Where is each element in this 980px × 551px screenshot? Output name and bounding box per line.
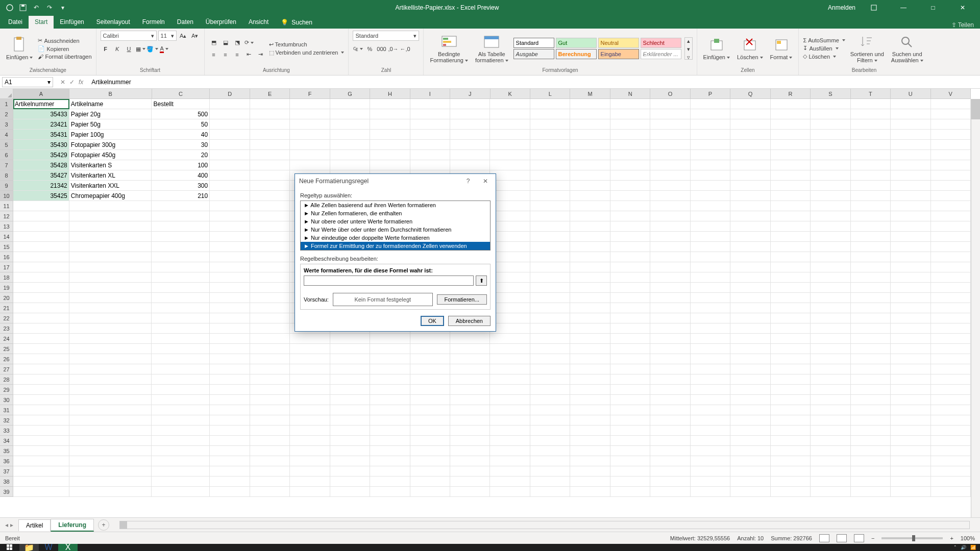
svg-rect-22 [10, 544, 12, 547]
formula-label: Werte formatieren, für die diese Formel … [304, 267, 487, 273]
dialog-mask: Neue Formatierungsregel ? ✕ Regeltyp aus… [0, 0, 980, 551]
preview-label: Vorschau: [304, 296, 329, 303]
taskbar-explorer-icon[interactable]: 📁 [19, 544, 39, 551]
start-button[interactable] [0, 544, 19, 551]
rule-type-item[interactable]: ► Nur eindeutige oder doppelte Werte for… [301, 234, 490, 242]
tray-volume-icon[interactable]: 🔊 [961, 545, 966, 550]
dialog-close-icon[interactable]: ✕ [479, 176, 492, 186]
rule-description-label: Regelbeschreibung bearbeiten: [300, 256, 491, 262]
rule-type-item[interactable]: ► Alle Zellen basierend auf ihren Werten… [301, 201, 490, 209]
tray-up-icon[interactable]: ˄ [954, 545, 957, 550]
rule-description-box: Werte formatieren, für die diese Formel … [300, 264, 491, 310]
ok-button[interactable]: OK [421, 316, 444, 326]
taskbar-excel-icon[interactable]: X [58, 544, 78, 551]
svg-rect-23 [7, 547, 9, 550]
rule-type-item[interactable]: ► Nur Werte über oder unter dem Durchsch… [301, 226, 490, 234]
dialog-help-icon[interactable]: ? [462, 176, 474, 186]
windows-taskbar: 📁 W X ˄ 🔊 📶 [0, 544, 980, 551]
rule-type-item[interactable]: ► Nur Zellen formatieren, die enthalten [301, 209, 490, 217]
range-selector-icon[interactable]: ⬆ [476, 276, 487, 286]
cancel-button[interactable]: Abbrechen [448, 316, 491, 326]
rule-type-item[interactable]: ► Nur obere oder untere Werte formatiere… [301, 217, 490, 226]
new-formatting-rule-dialog: Neue Formatierungsregel ? ✕ Regeltyp aus… [295, 173, 496, 332]
rule-type-label: Regeltyp auswählen: [300, 192, 491, 198]
tray-network-icon[interactable]: 📶 [970, 545, 976, 550]
rule-type-list[interactable]: ► Alle Zellen basierend auf ihren Werten… [300, 201, 491, 251]
dialog-title: Neue Formatierungsregel [299, 178, 369, 185]
preview-box: Kein Format festgelegt [333, 293, 433, 306]
svg-rect-21 [7, 544, 9, 547]
dialog-titlebar[interactable]: Neue Formatierungsregel ? ✕ [295, 174, 496, 188]
formula-input-field[interactable] [304, 276, 474, 286]
format-button[interactable]: Formatieren... [437, 294, 487, 305]
rule-type-item[interactable]: ► Formel zur Ermittlung der zu formatier… [301, 242, 490, 250]
taskbar-word-icon[interactable]: W [39, 544, 58, 551]
svg-rect-24 [10, 547, 12, 550]
